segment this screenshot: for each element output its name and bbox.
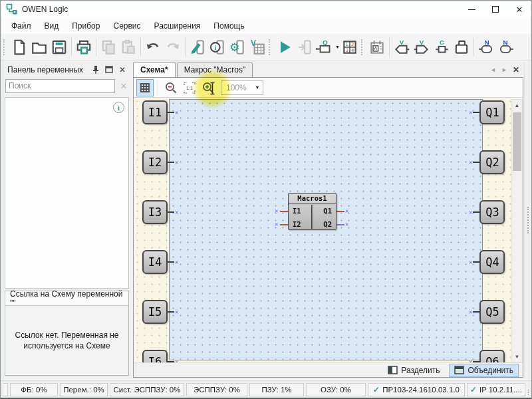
- input-block-i1[interactable]: I1: [142, 100, 168, 124]
- menu-help[interactable]: Помощь: [207, 19, 251, 33]
- scroll-down-button[interactable]: ▼: [512, 351, 522, 362]
- zoom-in-button[interactable]: [200, 79, 217, 96]
- output-block-q6[interactable]: Q6: [479, 350, 505, 362]
- new-document-button[interactable]: [9, 37, 29, 58]
- calendar-block-button[interactable]: A: [367, 37, 387, 58]
- schema-canvas[interactable]: I1 ✕ I2 ✕ I3 ✕ I4 ✕: [134, 98, 523, 362]
- output-block-q1[interactable]: Q1: [479, 100, 505, 124]
- scroll-up-button[interactable]: ▲: [512, 100, 522, 110]
- unconnected-pin-icon[interactable]: ✕: [468, 209, 473, 215]
- unconnected-pin-icon[interactable]: ✕: [174, 109, 179, 116]
- input-block-i2[interactable]: I2: [142, 150, 168, 174]
- macro-input-label-i1[interactable]: I1: [293, 207, 301, 215]
- input-block-i4[interactable]: I4: [142, 250, 168, 274]
- output-block-q2[interactable]: Q2: [479, 150, 505, 174]
- unconnected-pin-icon[interactable]: ✕: [468, 159, 473, 166]
- close-tab-icon[interactable]: ✕: [513, 65, 519, 74]
- toolbar-grip[interactable]: [3, 39, 7, 55]
- network-output-n-button[interactable]: N: [496, 37, 516, 58]
- output-block-button[interactable]: Q ▼: [315, 37, 340, 58]
- tab-scroll-right-icon[interactable]: ►: [501, 66, 507, 73]
- close-button[interactable]: ✕: [507, 1, 531, 18]
- macro-block-body[interactable]: Macros1 I1 I2 Q1 Q2: [288, 193, 336, 230]
- split-view-button[interactable]: Разделить: [382, 364, 445, 377]
- output-block-q4[interactable]: Q4: [479, 250, 505, 274]
- unconnected-pin-icon[interactable]: ✕: [345, 207, 348, 214]
- macro-block-macros1[interactable]: ✕ ✕ Macros1 I1 I2 Q1 Q2 ✕ ✕: [275, 190, 354, 237]
- info-icon[interactable]: i: [113, 102, 124, 113]
- maximize-button[interactable]: [483, 1, 507, 18]
- scrollbar-thumb[interactable]: [513, 112, 521, 171]
- comment-block-button[interactable]: C: [432, 37, 452, 58]
- zoom-out-button[interactable]: [162, 79, 180, 96]
- tab-scroll-left-icon[interactable]: ◄: [490, 66, 496, 73]
- menu-service[interactable]: Сервис: [106, 19, 147, 33]
- device-settings-button[interactable]: ⚙: [227, 37, 247, 58]
- tab-macro-macros[interactable]: Макрос "Macros": [177, 63, 253, 77]
- input-block-i3[interactable]: I3: [142, 200, 168, 224]
- svg-text:i: i: [214, 43, 216, 51]
- zoom-level-value[interactable]: 100%: [221, 83, 252, 92]
- variables-table-button[interactable]: V: [247, 37, 267, 58]
- status-device-model[interactable]: ✓ ПР103-24.1610.03.1.0: [368, 383, 465, 396]
- resize-grip-icon[interactable]: [527, 389, 529, 396]
- merge-view-button[interactable]: Объединить: [449, 364, 519, 377]
- float-panel-button[interactable]: [102, 64, 116, 76]
- unconnected-pin-icon[interactable]: ✕: [174, 209, 179, 215]
- status-device-ip[interactable]: ✓ IP 10.2.11....: [467, 383, 525, 396]
- input-variable-v-button[interactable]: V: [392, 37, 412, 58]
- toolbar-grip[interactable]: [269, 39, 272, 55]
- macro-output-label-q2[interactable]: Q2: [323, 220, 332, 228]
- toggle-grid-button[interactable]: [136, 79, 154, 96]
- macro-input-label-i2[interactable]: I2: [293, 220, 301, 228]
- redo-button-disabled: [163, 37, 183, 58]
- input-block-i6[interactable]: I6: [142, 350, 168, 362]
- tab-schema[interactable]: Схема*: [133, 62, 176, 77]
- clear-search-button[interactable]: ✕: [118, 78, 130, 93]
- zoom-level-combobox[interactable]: 100% ▼: [221, 80, 263, 95]
- print-icon: [75, 39, 92, 56]
- minimize-button[interactable]: [460, 1, 483, 18]
- write-to-device-button[interactable]: [188, 37, 207, 58]
- undo-button[interactable]: [143, 37, 163, 58]
- unconnected-pin-icon[interactable]: ✕: [174, 159, 179, 166]
- unconnected-pin-icon[interactable]: ✕: [468, 109, 473, 116]
- dropdown-caret-icon[interactable]: ▼: [335, 45, 340, 49]
- unconnected-pin-icon[interactable]: ✕: [468, 259, 473, 265]
- variables-table-icon: V: [249, 39, 266, 56]
- vertical-scrollbar[interactable]: ▲ ▼: [511, 99, 523, 362]
- output-block-q5[interactable]: Q5: [479, 300, 505, 324]
- menu-view[interactable]: Вид: [38, 19, 66, 33]
- menu-device[interactable]: Прибор: [65, 19, 106, 33]
- device-information-button[interactable]: i: [207, 37, 227, 58]
- unconnected-pin-icon[interactable]: ✕: [174, 309, 179, 315]
- start-simulation-button[interactable]: [275, 37, 295, 58]
- device-button[interactable]: [452, 37, 471, 58]
- menu-extensions[interactable]: Расширения: [148, 19, 207, 33]
- unconnected-pin-icon[interactable]: ✕: [345, 221, 348, 227]
- close-panel-button[interactable]: ✕: [116, 64, 129, 76]
- network-input-n-button[interactable]: N: [476, 37, 496, 58]
- menu-file[interactable]: Файл: [5, 19, 38, 33]
- unconnected-pin-icon[interactable]: ✕: [468, 309, 473, 315]
- zoom-actual-size-button[interactable]: 1:1: [181, 79, 198, 96]
- unconnected-pin-icon[interactable]: ✕: [275, 221, 278, 227]
- zoom-dropdown-caret-icon[interactable]: ▼: [252, 85, 263, 90]
- value-table-button[interactable]: 1 2 3 4: [340, 37, 360, 58]
- output-variable-v-button[interactable]: V: [412, 37, 432, 58]
- unconnected-pin-icon[interactable]: ✕: [275, 207, 278, 214]
- output-row-4: ✕ Q4: [468, 250, 505, 274]
- pin-panel-button[interactable]: [89, 64, 102, 76]
- save-button[interactable]: [49, 37, 69, 58]
- output-block-q3[interactable]: Q3: [479, 200, 505, 224]
- print-button[interactable]: [74, 37, 94, 58]
- right-panel-splitter[interactable]: [524, 62, 531, 378]
- open-document-button[interactable]: [29, 37, 49, 58]
- toolbar-grip[interactable]: [361, 39, 364, 55]
- macro-output-label-q1[interactable]: Q1: [323, 207, 332, 215]
- svg-text:4: 4: [351, 48, 354, 53]
- variables-list[interactable]: i: [5, 97, 129, 289]
- unconnected-pin-icon[interactable]: ✕: [174, 259, 179, 265]
- search-input[interactable]: [5, 79, 115, 93]
- input-block-i5[interactable]: I5: [142, 300, 168, 324]
